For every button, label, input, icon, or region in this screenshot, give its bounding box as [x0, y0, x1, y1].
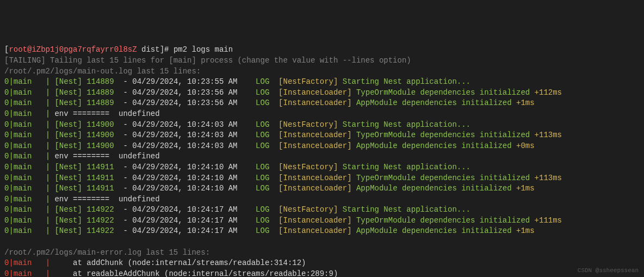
- out-log-line: 0|main | [Nest] 114889 - 04/29/2024, 10:…: [4, 98, 640, 109]
- out-log-line: 0|main | env ======== undefined: [4, 109, 640, 120]
- command-text: pm2 logs main: [174, 45, 233, 54]
- err-log-header: /root/.pm2/logs/main-error.log last 15 l…: [4, 248, 640, 258]
- out-log-line: 0|main | [Nest] 114900 - 04/29/2024, 10:…: [4, 120, 640, 131]
- tailing-message: [TAILING] Tailing last 15 lines for [mai…: [4, 56, 640, 66]
- terminal-output[interactable]: [root@iZbp1j0pga7rqfayrr0l8sZ dist]# pm2…: [4, 45, 640, 277]
- watermark-text: CSDN @ssheepssean: [578, 267, 639, 275]
- out-log-line: 0|main | [Nest] 114911 - 04/29/2024, 10:…: [4, 162, 640, 173]
- out-log-line: 0|main | [Nest] 114900 - 04/29/2024, 10:…: [4, 130, 640, 141]
- out-log-line: 0|main | [Nest] 114889 - 04/29/2024, 10:…: [4, 77, 640, 88]
- out-log-line: 0|main | [Nest] 114911 - 04/29/2024, 10:…: [4, 173, 640, 184]
- err-log-line: 0|main | at addChunk (node:internal/stre…: [4, 258, 640, 269]
- out-log-line: 0|main | [Nest] 114900 - 04/29/2024, 10:…: [4, 141, 640, 152]
- out-log-line: 0|main | env ======== undefined: [4, 194, 640, 205]
- out-log-line: 0|main | [Nest] 114922 - 04/29/2024, 10:…: [4, 205, 640, 216]
- prompt-line: [root@iZbp1j0pga7rqfayrr0l8sZ dist]# pm2…: [4, 45, 640, 56]
- out-log-line: 0|main | [Nest] 114889 - 04/29/2024, 10:…: [4, 88, 640, 99]
- out-log-line: 0|main | [Nest] 114911 - 04/29/2024, 10:…: [4, 183, 640, 194]
- out-log-line: 0|main | [Nest] 114922 - 04/29/2024, 10:…: [4, 226, 640, 237]
- blank-line: [4, 237, 640, 248]
- out-log-header: /root/.pm2/logs/main-out.log last 15 lin…: [4, 66, 640, 77]
- out-log-line: 0|main | env ======== undefined: [4, 151, 640, 162]
- out-log-line: 0|main | [Nest] 114922 - 04/29/2024, 10:…: [4, 216, 640, 226]
- err-log-line: 0|main | at readableAddChunk (node:inter…: [4, 269, 640, 277]
